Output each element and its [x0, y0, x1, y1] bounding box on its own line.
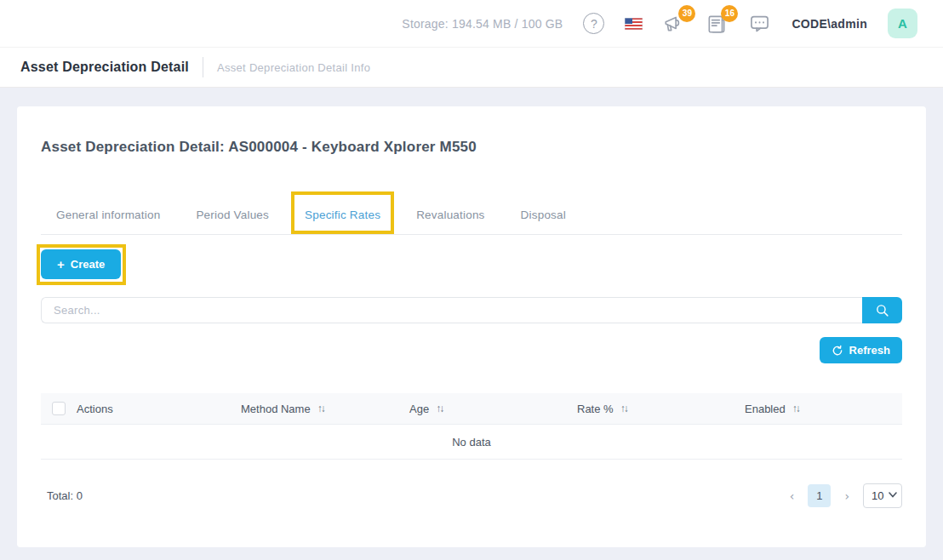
- rates-table: Actions Method Name ↑↓ Age ↑↓ Rate % ↑↓ …: [41, 393, 902, 460]
- news-badge: 16: [721, 5, 738, 22]
- main-content: Asset Depreciation Detail: AS000004 - Ke…: [0, 88, 943, 560]
- chat-bubble-icon: [748, 12, 771, 35]
- detail-card: Asset Depreciation Detail: AS000004 - Ke…: [17, 106, 926, 547]
- refresh-icon: [832, 345, 843, 357]
- search-button[interactable]: [862, 297, 902, 323]
- column-rate[interactable]: Rate % ↑↓: [577, 403, 745, 415]
- breadcrumb-title: Asset Depreciation Detail: [20, 60, 189, 75]
- tab-disposal[interactable]: Disposal: [521, 209, 566, 234]
- page-size-select[interactable]: 10: [863, 483, 902, 508]
- column-method-name-label: Method Name: [241, 403, 311, 415]
- breadcrumb-divider: [203, 57, 203, 77]
- page-size-wrap: 10: [863, 483, 902, 508]
- empty-state: No data: [41, 425, 902, 460]
- announcements-button[interactable]: 39: [663, 13, 685, 35]
- column-age[interactable]: Age ↑↓: [409, 403, 577, 415]
- avatar[interactable]: A: [888, 9, 917, 38]
- tab-specific-rates[interactable]: Specific Rates: [305, 209, 380, 234]
- refresh-button-label: Refresh: [849, 344, 890, 357]
- breadcrumb: Asset Depreciation Detail Asset Deprecia…: [0, 47, 943, 88]
- plus-icon: +: [57, 258, 65, 271]
- tab-period-values[interactable]: Period Values: [196, 209, 269, 234]
- feedback-button[interactable]: [748, 12, 771, 35]
- table-header-row: Actions Method Name ↑↓ Age ↑↓ Rate % ↑↓ …: [41, 393, 902, 425]
- sort-icon[interactable]: ↑↓: [792, 403, 799, 414]
- search-input[interactable]: [41, 297, 862, 323]
- column-rate-label: Rate %: [577, 403, 614, 415]
- search-icon: [875, 303, 889, 317]
- total-count: Total: 0: [47, 489, 83, 502]
- tab-revaluations[interactable]: Revaluations: [416, 209, 484, 234]
- topbar: Storage: 194.54 MB / 100 GB ? 39 16: [0, 0, 943, 47]
- pagination: ‹ 1 › 10: [786, 483, 902, 508]
- us-flag-icon: [625, 18, 643, 30]
- refresh-button[interactable]: Refresh: [820, 337, 902, 363]
- column-enabled-label: Enabled: [745, 403, 786, 415]
- create-button-label: Create: [71, 258, 105, 271]
- column-method-name[interactable]: Method Name ↑↓: [241, 403, 409, 415]
- tab-specific-rates-label: Specific Rates: [305, 209, 380, 221]
- next-page-button[interactable]: ›: [841, 486, 853, 506]
- sort-icon[interactable]: ↑↓: [317, 403, 324, 414]
- breadcrumb-subtitle: Asset Depreciation Detail Info: [217, 61, 370, 74]
- column-actions: Actions: [41, 402, 241, 415]
- search-bar: [41, 297, 902, 323]
- sort-icon[interactable]: ↑↓: [620, 403, 627, 414]
- column-actions-label: Actions: [77, 403, 113, 415]
- page-number-1[interactable]: 1: [808, 484, 831, 507]
- help-button[interactable]: ?: [583, 13, 604, 34]
- username-label: CODE\admin: [792, 17, 867, 31]
- news-button[interactable]: 16: [706, 13, 728, 35]
- tab-bar: General information Period Values Specif…: [41, 209, 902, 235]
- table-footer: Total: 0 ‹ 1 › 10: [41, 483, 902, 508]
- column-age-label: Age: [409, 403, 429, 415]
- help-icon: ?: [583, 13, 604, 34]
- page-title: Asset Depreciation Detail: AS000004 - Ke…: [41, 139, 902, 156]
- select-all-checkbox[interactable]: [52, 402, 66, 415]
- storage-label: Storage: 194.54 MB / 100 GB: [402, 17, 563, 31]
- create-button-wrap: + Create: [41, 249, 121, 279]
- column-enabled[interactable]: Enabled ↑↓: [745, 403, 902, 415]
- create-button[interactable]: + Create: [41, 249, 121, 279]
- prev-page-button[interactable]: ‹: [786, 486, 798, 506]
- sort-icon[interactable]: ↑↓: [436, 403, 443, 414]
- tab-general-information[interactable]: General information: [56, 209, 160, 234]
- announcements-badge: 39: [678, 5, 695, 22]
- refresh-row: Refresh: [41, 337, 902, 363]
- language-button[interactable]: [625, 18, 643, 30]
